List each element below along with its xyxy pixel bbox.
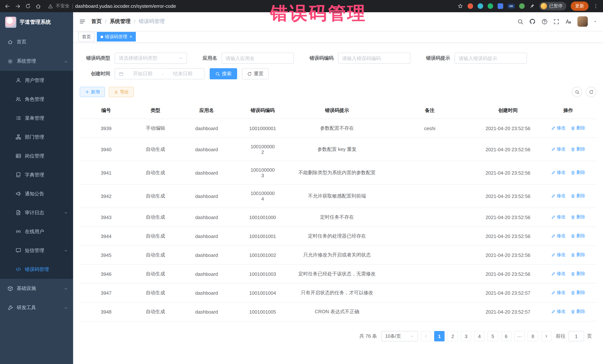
app-logo[interactable]: 芋道管理系统 [0,12,73,32]
caret-down-icon[interactable] [593,20,597,23]
sidebar-item-home[interactable]: 首页 [0,32,73,52]
extension-icon-5[interactable] [519,3,525,9]
sidebar-item-notice[interactable]: 通知公告 [0,184,73,203]
pin-icon[interactable] [529,3,535,9]
extension-icon-1[interactable] [468,3,473,9]
edit-button[interactable]: 修改 [551,271,566,277]
tab-home[interactable]: 首页 [78,32,95,42]
export-button[interactable]: 导出 [109,87,134,97]
cell-created: 2021-04-20 23:52:56 [476,184,540,208]
edit-button[interactable]: 修改 [551,170,566,176]
sidebar-item-user-management[interactable]: 用户管理 [0,71,73,90]
app-name-input[interactable] [221,53,294,64]
pager-page-1[interactable]: 1 [434,331,445,342]
edit-button[interactable]: 修改 [551,125,566,132]
cell-created: 2021-04-20 23:52:56 [476,119,540,138]
pager-page-4[interactable]: 4 [474,331,485,342]
edit-button[interactable]: 修改 [551,252,566,258]
edit-button[interactable]: 修改 [551,193,566,199]
pagination: 共 76 条 10条/页 123456···8 前往 页 [80,331,596,342]
delete-button[interactable]: 删除 [571,125,585,132]
total-count: 共 76 条 [359,333,377,340]
code-icon [16,266,21,272]
sidebar-item-dept-management[interactable]: 部门管理 [0,128,73,146]
browser-update-button[interactable]: 更新 [571,1,589,11]
edit-button[interactable]: 修改 [551,290,566,296]
sidebar-item-role-management[interactable]: 角色管理 [0,90,73,109]
bookmark-star-icon[interactable] [458,3,463,9]
extension-icon-4[interactable] [498,3,503,9]
cell-message: 定时任务不存在 [290,208,383,227]
pager-page-8[interactable]: 8 [528,331,538,342]
delete-button[interactable]: 删除 [571,170,585,176]
reset-button[interactable]: 重置 [242,68,269,79]
delete-button[interactable]: 删除 [571,252,585,258]
next-page-button[interactable] [541,331,551,342]
profile-chip[interactable]: 已暂停 [539,2,566,10]
pager-page-2[interactable]: 2 [448,331,458,342]
browser-forward-icon[interactable] [15,3,21,9]
sidebar-item-menu-management[interactable]: 菜单管理 [0,109,73,128]
help-icon[interactable] [541,18,548,25]
page-size-select[interactable]: 10条/页 [382,331,418,342]
edit-button[interactable]: 修改 [551,233,566,239]
error-code-input[interactable] [338,53,410,64]
user-avatar[interactable] [577,16,588,27]
sidebar-item-dev-tools[interactable]: 研发工具 [0,298,73,317]
sidebar-item-online-users[interactable]: 在线用户 [0,222,73,241]
delete-button[interactable]: 删除 [571,214,585,220]
address-bar[interactable]: 不安全 dashboard.yudao.iocoder.cn/system/er… [48,3,176,9]
extension-cn-badge[interactable]: cn [508,4,515,9]
browser-reload-icon[interactable] [25,3,31,9]
tab-error-code[interactable]: 错误码管理 × [97,32,136,42]
pager-page-3[interactable]: 3 [461,331,471,342]
delete-button[interactable]: 删除 [571,290,585,296]
sidebar-item-system-management[interactable]: 系统管理 [0,52,73,71]
pager-page-6[interactable]: 6 [501,331,511,342]
edit-button[interactable]: 修改 [551,214,566,220]
sidebar-item-label: 部门管理 [25,134,44,140]
delete-button[interactable]: 删除 [571,146,585,153]
edit-button[interactable]: 修改 [551,146,566,153]
error-type-select[interactable]: 请选择错误码类型 [115,53,187,64]
add-button[interactable]: 新增 [80,87,105,97]
breadcrumb: 首页 / 系统管理 / 错误码管理 [91,18,165,25]
browser-back-icon[interactable] [4,3,10,9]
font-size-icon[interactable] [565,18,572,25]
sidebar-toggle-icon[interactable] [79,18,86,25]
goto-page-input[interactable] [568,331,584,342]
search-icon[interactable] [517,18,524,25]
pager-ellipsis[interactable]: ··· [514,331,525,342]
sidebar-item-dict-management[interactable]: 字典管理 [0,165,73,184]
refresh-table-button[interactable] [586,87,596,97]
browser-home-icon[interactable] [35,3,41,9]
breadcrumb-system[interactable]: 系统管理 [110,18,131,25]
toggle-search-button[interactable] [572,87,582,97]
sidebar-item-label: 通知公告 [25,190,44,197]
edit-button[interactable]: 修改 [551,309,566,315]
error-msg-input[interactable] [454,53,527,64]
cell-message: CRON 表达式不正确 [290,302,383,321]
delete-button[interactable]: 删除 [571,193,585,199]
delete-button[interactable]: 删除 [571,309,585,315]
extension-icon-2[interactable] [477,3,483,9]
sidebar-item-audit-log[interactable]: 审计日志 [0,203,73,222]
delete-button[interactable]: 删除 [571,271,585,277]
sidebar-item-error-code-management[interactable]: 错误码管理 [0,260,73,279]
close-tab-icon[interactable]: × [129,34,132,39]
sidebar-item-infrastructure[interactable]: 基础设施 [0,279,73,298]
cell-app: dashboard [178,265,235,283]
sidebar-item-post-management[interactable]: 岗位管理 [0,146,73,165]
github-icon[interactable] [529,18,536,25]
extension-icon-3[interactable] [487,3,493,9]
table-row: 3941自动生成dashboard100100000 3不能删除类型为系统内置的… [80,161,596,184]
delete-button[interactable]: 删除 [571,233,585,239]
sidebar-item-sms-management[interactable]: 短信管理 [0,241,73,260]
search-button[interactable]: 搜索 [210,68,237,79]
browser-menu-icon[interactable] [593,3,599,9]
pager-page-5[interactable]: 5 [487,331,498,342]
fullscreen-icon[interactable] [553,18,560,25]
breadcrumb-home[interactable]: 首页 [91,18,102,25]
date-range-picker[interactable]: 开始日期 - 结束日期 [115,68,204,79]
prev-page-button[interactable] [421,331,431,342]
